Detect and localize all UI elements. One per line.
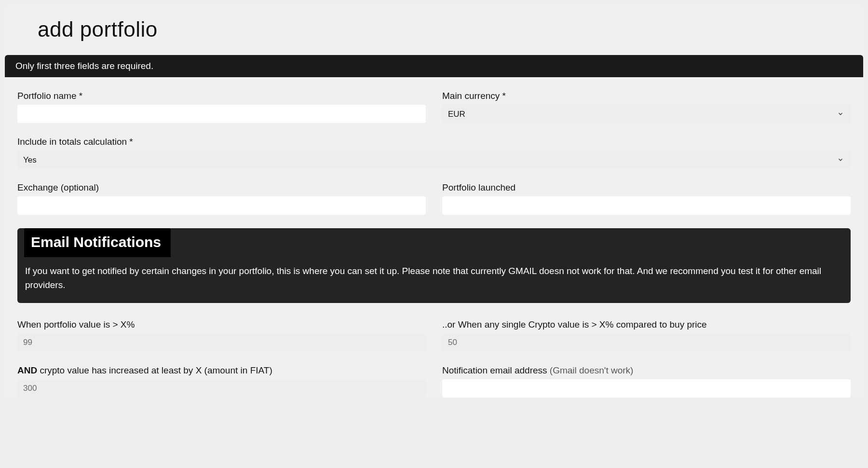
single-crypto-gt-label: ..or When any single Crypto value is > X… <box>442 319 851 330</box>
portfolio-value-gt-input[interactable] <box>17 333 426 352</box>
include-totals-label: Include in totals calculation * <box>17 137 851 147</box>
portfolio-launched-input[interactable] <box>442 196 851 215</box>
required-fields-notice: Only first three fields are required. <box>5 55 863 77</box>
and-increase-label-rest: crypto value has increased at least by X… <box>37 365 272 375</box>
and-increase-label: AND crypto value has increased at least … <box>17 365 426 376</box>
main-currency-select[interactable]: EUR <box>442 105 851 123</box>
and-increase-input[interactable] <box>17 379 426 398</box>
email-notifications-heading: Email Notifications <box>24 228 171 257</box>
portfolio-launched-label: Portfolio launched <box>442 182 851 193</box>
and-increase-label-prefix: AND <box>17 365 37 375</box>
exchange-input[interactable] <box>17 196 426 215</box>
portfolio-value-gt-label: When portfolio value is > X% <box>17 319 426 330</box>
email-notifications-panel: Email Notifications If you want to get n… <box>17 228 851 303</box>
notification-email-label: Notification email address (Gmail doesn'… <box>442 365 851 376</box>
main-currency-label: Main currency * <box>442 91 851 101</box>
page-title: add portfolio <box>38 17 863 41</box>
exchange-label: Exchange (optional) <box>17 182 426 193</box>
notification-email-label-hint: (Gmail doesn't work) <box>550 365 634 375</box>
portfolio-name-label: Portfolio name * <box>17 91 426 101</box>
email-notifications-description: If you want to get notified by certain c… <box>24 257 844 292</box>
notification-email-input[interactable] <box>442 379 851 398</box>
notification-email-label-main: Notification email address <box>442 365 550 375</box>
portfolio-name-input[interactable] <box>17 105 426 123</box>
single-crypto-gt-input[interactable] <box>442 333 851 352</box>
include-totals-select[interactable]: Yes <box>17 151 851 169</box>
